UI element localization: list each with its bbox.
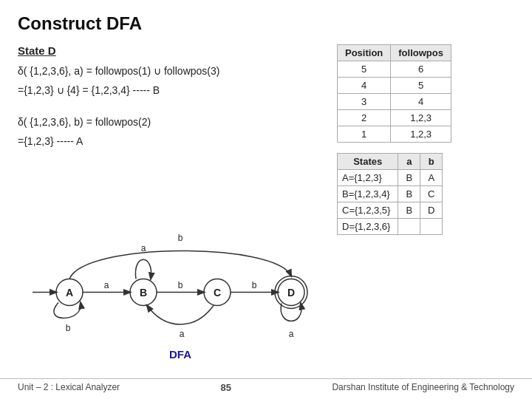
formula2: ={1,2,3} ∪ {4} = {1,2,3,4} ----- B (18, 82, 343, 98)
svg-text:b: b (178, 233, 183, 243)
table-row: 21,2,3 (338, 110, 451, 126)
dfa-area: A a B b C b D a (18, 229, 343, 377)
svg-text:D: D (287, 287, 295, 299)
table-row: D={1,2,3,6} (338, 219, 443, 235)
dfa-diagram: A a B b C b D a (18, 229, 328, 355)
dfa-label: DFA (169, 348, 191, 361)
pos-table-header-position: Position (338, 45, 391, 61)
svg-text:b: b (66, 323, 71, 333)
left-column: State D δ( {1,2,3,6}, a) = followpos(1) … (18, 44, 343, 153)
states-table-header-b: b (420, 154, 443, 170)
svg-text:a: a (180, 329, 185, 339)
table-row: 11,2,3 (338, 126, 451, 143)
table-row: A={1,2,3}BA (338, 170, 443, 186)
svg-text:a: a (104, 280, 109, 290)
state-heading: State D (18, 44, 343, 57)
page: Construct DFA State D δ( {1,2,3,6}, a) =… (0, 0, 532, 399)
formula4: ={1,2,3} ----- A (18, 133, 343, 149)
svg-text:b: b (252, 280, 257, 290)
formula1: δ( {1,2,3,6}, a) = followpos(1) ∪ follow… (18, 63, 343, 79)
svg-text:C: C (214, 287, 221, 299)
footer: Unit – 2 : Lexical Analyzer 85 Darshan I… (0, 378, 532, 393)
footer-center: 85 (221, 382, 231, 393)
table-row: B={1,2,3,4}BC (338, 186, 443, 202)
states-table-header-a: a (398, 154, 420, 170)
right-column: Position followpos 56453421,2,311,2,3 St… (337, 44, 514, 235)
svg-text:a: a (141, 243, 146, 253)
states-table: States a b A={1,2,3}BAB={1,2,3,4}BCC={1,… (337, 153, 443, 235)
svg-text:a: a (289, 329, 294, 339)
states-table-header-states: States (338, 154, 398, 170)
table-row: C={1,2,3,5}BD (338, 202, 443, 219)
page-title: Construct DFA (18, 13, 514, 34)
footer-left: Unit – 2 : Lexical Analyzer (18, 382, 120, 393)
formula3: δ( {1,2,3,6}, b) = followpos(2) (18, 114, 343, 130)
table-row: 34 (338, 94, 451, 110)
svg-text:b: b (178, 280, 183, 290)
pos-table-header-followpos: followpos (391, 45, 451, 61)
svg-text:A: A (66, 287, 73, 299)
table-row: 56 (338, 61, 451, 78)
footer-right: Darshan Institute of Engineering & Techn… (332, 382, 514, 393)
table-row: 45 (338, 78, 451, 94)
svg-text:B: B (140, 287, 147, 299)
pos-table: Position followpos 56453421,2,311,2,3 (337, 44, 451, 143)
